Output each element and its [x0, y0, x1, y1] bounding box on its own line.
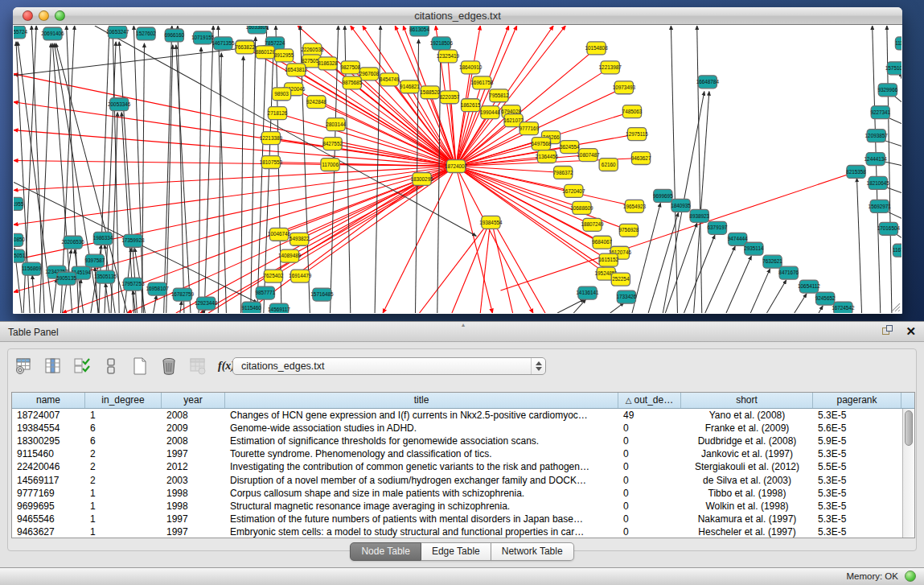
column-header-title[interactable]: title — [225, 393, 618, 408]
network-node[interactable]: 9146821 — [400, 80, 420, 93]
network-node[interactable]: 9245652 — [815, 292, 836, 305]
network-node[interactable]: 2967608 — [359, 68, 380, 80]
network-node[interactable]: 18210645 — [867, 176, 890, 189]
network-node[interactable]: 12923448 — [195, 297, 218, 310]
network-node[interactable]: 9227341 — [870, 106, 890, 119]
network-node[interactable]: 16961758 — [470, 76, 494, 89]
tab-edge-table[interactable]: Edge Table — [421, 542, 491, 561]
network-node[interactable]: 1733426 — [617, 290, 637, 303]
network-node[interactable]: 6966160 — [164, 29, 184, 42]
network-node[interactable]: 62160 — [599, 159, 618, 171]
stacked-squares-icon[interactable] — [100, 356, 121, 377]
network-node[interactable]: 5493822 — [290, 233, 310, 245]
network-node[interactable]: 8186328 — [318, 57, 338, 70]
network-node[interactable]: 252254 — [611, 273, 630, 286]
minimize-window-button[interactable] — [39, 10, 49, 21]
network-node[interactable]: 1531955 — [14, 197, 24, 210]
column-header-year[interactable]: year — [162, 393, 225, 408]
column-header-pagerank[interactable]: pagerank — [813, 393, 901, 408]
network-node[interactable]: 1986334 — [93, 232, 113, 245]
network-node[interactable]: 9463627 — [631, 152, 651, 165]
network-node[interactable]: 9329966 — [877, 84, 897, 97]
network-node[interactable]: 1840935 — [671, 199, 691, 212]
table-row[interactable]: 946362711997Embryonic stem cells: a mode… — [12, 525, 902, 538]
network-node[interactable]: 9857771 — [255, 286, 275, 299]
network-node[interactable]: 14136141 — [576, 286, 599, 299]
column-checks-icon[interactable] — [71, 356, 92, 377]
network-node[interactable]: 6497568 — [532, 138, 552, 150]
network-node[interactable]: 14089489 — [278, 249, 302, 262]
table-scrollbar-thumb[interactable] — [905, 410, 913, 446]
network-node[interactable]: 8860128 — [255, 46, 275, 59]
network-node[interactable]: 15692971 — [869, 200, 892, 212]
network-node[interactable]: 15716485 — [310, 288, 334, 301]
network-node[interactable]: 9756928 — [619, 224, 639, 237]
network-node[interactable]: 16914479 — [289, 270, 312, 282]
tab-network-table[interactable]: Network Table — [491, 542, 574, 561]
column-header-name[interactable]: name — [12, 393, 85, 408]
network-node[interactable]: 7625402 — [264, 270, 284, 282]
network-node[interactable]: 10154808 — [585, 42, 608, 55]
network-node[interactable]: 18724007 — [445, 160, 468, 173]
network-node[interactable]: 12444134 — [864, 153, 888, 166]
network-node[interactable]: 10973493 — [613, 81, 636, 94]
network-node[interactable]: 15751074 — [885, 62, 901, 75]
panel-splitter-handle[interactable]: ▴ — [457, 323, 470, 328]
resize-grip[interactable] — [892, 303, 900, 311]
network-node[interactable]: 9699695 — [653, 189, 673, 202]
network-node[interactable]: 7955812 — [489, 89, 509, 102]
table-row[interactable]: 969969511998Structural magnetic resonanc… — [12, 500, 902, 513]
table-mode-icon[interactable] — [13, 356, 35, 377]
network-node[interactable]: 20053346 — [108, 98, 131, 111]
network-node[interactable]: 12975115 — [626, 128, 648, 141]
network-node[interactable]: 6379197 — [708, 221, 728, 234]
network-node[interactable]: 17359928 — [121, 234, 145, 247]
tab-node-table[interactable]: Node Table — [350, 542, 421, 561]
window-titlebar[interactable]: citations_edges.txt — [13, 7, 902, 25]
network-node[interactable]: 12213389 — [260, 132, 283, 145]
network-node[interactable]: 10807487 — [577, 149, 600, 162]
table-row[interactable]: 946554611997Estimation of the future num… — [12, 513, 902, 525]
network-node[interactable]: 16958107 — [146, 282, 169, 295]
network-node[interactable]: 2935114 — [744, 242, 764, 255]
network-node[interactable]: 7986372 — [553, 167, 573, 179]
table-row[interactable]: 2242004622012Investigating the contribut… — [12, 460, 902, 473]
column-header-out-de-[interactable]: △out_de… — [618, 393, 681, 408]
network-node[interactable]: 19654923 — [623, 200, 647, 212]
network-node[interactable]: 18107553 — [260, 156, 283, 169]
network-node[interactable]: 16648784 — [696, 76, 720, 89]
network-node[interactable]: 20691406 — [41, 27, 64, 40]
network-node[interactable]: 25260850 — [14, 233, 26, 246]
table-row[interactable]: 1456911722003Disruption of a novel membe… — [12, 473, 902, 486]
column-header-in-degree[interactable]: in_degree — [85, 393, 162, 408]
network-node[interactable]: 16720407 — [562, 184, 585, 197]
new-column-icon[interactable] — [129, 356, 150, 377]
network-node[interactable]: 98903 — [272, 88, 290, 101]
network-node[interactable]: 8938923 — [689, 209, 709, 222]
network-node[interactable]: 8454749 — [380, 73, 400, 86]
network-node[interactable]: 8215358 — [846, 166, 866, 179]
network-node[interactable]: 8912955 — [274, 49, 294, 62]
network-node[interactable]: 8471676 — [778, 266, 799, 279]
network-node[interactable]: 18640910 — [459, 61, 483, 74]
import-table-icon[interactable] — [187, 356, 208, 377]
network-node[interactable]: 1990448 — [480, 106, 500, 119]
network-node[interactable]: 9397587 — [85, 254, 105, 267]
network-node[interactable]: 12093857 — [865, 130, 889, 142]
network-node[interactable]: 16782759 — [171, 288, 195, 301]
table-row[interactable]: 911546021997Tourette syndrome. Phenomeno… — [12, 447, 902, 460]
close-window-button[interactable] — [23, 10, 33, 21]
network-node[interactable]: 5905135 — [56, 272, 76, 285]
network-node[interactable]: 12213987 — [599, 61, 622, 74]
close-panel-icon[interactable]: ✕ — [906, 325, 916, 337]
network-node[interactable]: 9827508 — [340, 61, 360, 74]
float-panel-icon[interactable] — [882, 325, 894, 337]
network-node[interactable]: 13505135 — [94, 270, 117, 283]
network-canvas[interactable]: 1405572420691406106532471527602696616010… — [14, 26, 901, 313]
delete-column-icon[interactable] — [158, 356, 179, 377]
network-node[interactable]: 2803144 — [326, 118, 346, 131]
network-node[interactable]: 2718126 — [268, 107, 288, 120]
network-node[interactable]: 1156869 — [22, 262, 42, 275]
network-node[interactable]: 20206536 — [62, 236, 85, 249]
network-view-window[interactable]: citations_edges.txt 14055724206914061065… — [13, 7, 902, 314]
